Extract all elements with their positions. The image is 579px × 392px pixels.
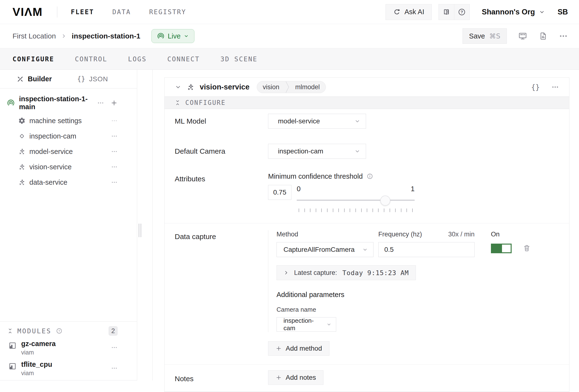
- sidebar-item-label: data-service: [29, 179, 107, 186]
- ml-model-value: model-service: [278, 117, 354, 125]
- docs-book-icon[interactable]: [439, 4, 454, 20]
- default-camera-select[interactable]: inspection-cam: [268, 144, 366, 159]
- card-collapse-chevron-icon[interactable]: [175, 84, 181, 90]
- notes-section: Notes Add notes: [165, 364, 569, 392]
- ask-ai-button[interactable]: Ask AI: [385, 4, 432, 20]
- more-menu-icon[interactable]: [559, 31, 568, 41]
- raw-json-braces-icon[interactable]: {}: [531, 83, 540, 91]
- capture-toggle[interactable]: [491, 244, 512, 253]
- live-broadcast-icon: [157, 32, 165, 40]
- config-main: vision-service vision mlmodel {}: [152, 70, 579, 392]
- report-document-icon[interactable]: [539, 31, 548, 41]
- camera-name-value: inspection-cam: [284, 317, 323, 332]
- default-camera-value: inspection-cam: [278, 147, 354, 155]
- threshold-slider: 0 1: [297, 185, 415, 212]
- tab-3d-scene[interactable]: 3D SCENE: [220, 55, 258, 63]
- service-type-tags: vision mlmodel: [257, 81, 326, 93]
- sidebar-item-label: inspection-cam: [29, 132, 107, 140]
- module-row-tflite-cpu[interactable]: tflite_cpu viam: [0, 358, 137, 379]
- part-add-icon[interactable]: [110, 99, 118, 107]
- org-switcher[interactable]: Shannon's Org: [482, 8, 545, 16]
- ml-model-label: ML Model: [175, 114, 268, 129]
- nav-divider: [57, 6, 57, 17]
- add-notes-button[interactable]: Add notes: [268, 370, 323, 385]
- sidebar-item-label: model-service: [29, 148, 107, 156]
- camera-name-select[interactable]: inspection-cam: [277, 317, 336, 332]
- add-notes-label: Add notes: [286, 374, 316, 382]
- sidebar-item-model-service[interactable]: model-service: [0, 144, 137, 159]
- slider-min-label: 0: [297, 185, 300, 196]
- part-more-icon[interactable]: [97, 99, 104, 107]
- ml-model-row: ML Model model-service: [175, 114, 559, 129]
- sidebar-item-vision-service[interactable]: vision-service: [0, 159, 137, 175]
- nav-link-data[interactable]: DATA: [112, 8, 131, 16]
- attributes-label: Attributes: [175, 172, 268, 212]
- machine-part-row[interactable]: inspection-station-1-main: [0, 95, 137, 111]
- viam-logo[interactable]: VIΛM: [12, 5, 43, 18]
- module-row-gz-camera[interactable]: gz-camera viam: [0, 337, 137, 358]
- service-sparkle-icon: [187, 83, 194, 91]
- module-more-icon[interactable]: [111, 344, 118, 351]
- additional-parameters-title: Additional parameters: [277, 291, 559, 299]
- method-select[interactable]: CaptureAllFromCamera: [277, 242, 373, 257]
- module-more-icon[interactable]: [111, 365, 118, 372]
- frequency-input[interactable]: 0.5: [378, 242, 475, 257]
- module-name: gz-camera: [21, 340, 107, 348]
- nav-link-fleet[interactable]: FLEET: [71, 8, 94, 16]
- card-more-icon[interactable]: [551, 83, 559, 91]
- mode-builder-label: Builder: [28, 75, 52, 83]
- info-icon[interactable]: [366, 173, 373, 180]
- row-more-icon[interactable]: [111, 164, 118, 170]
- slider-ticks: [297, 206, 415, 212]
- avatar[interactable]: SB: [558, 8, 568, 16]
- breadcrumb-location[interactable]: First Location: [12, 32, 56, 40]
- part-broadcast-icon: [7, 99, 15, 107]
- screen-share-icon[interactable]: [518, 31, 527, 41]
- plus-icon: [276, 375, 282, 381]
- latest-capture-expander[interactable]: Latest capture: Today 9:15:23 AM: [277, 265, 416, 280]
- slider-track[interactable]: [297, 199, 415, 201]
- threshold-input[interactable]: 0.75: [268, 185, 291, 200]
- method-value: CaptureAllFromCamera: [284, 246, 362, 254]
- row-more-icon[interactable]: [111, 179, 118, 186]
- mode-json-label: JSON: [89, 75, 108, 83]
- add-method-button[interactable]: Add method: [268, 341, 329, 356]
- mode-builder[interactable]: Builder: [0, 70, 69, 88]
- ml-model-select[interactable]: model-service: [268, 114, 366, 129]
- machine-status-badge[interactable]: Live: [151, 29, 194, 43]
- top-nav: VIΛM FLEET DATA REGISTRY Ask AI: [0, 0, 579, 24]
- modules-help-icon[interactable]: ?: [56, 327, 63, 334]
- tab-configure[interactable]: CONFIGURE: [12, 55, 54, 63]
- collapse-icon[interactable]: [175, 100, 180, 106]
- service-sparkle-icon: [18, 163, 25, 171]
- sidebar-item-data-service[interactable]: data-service: [0, 175, 137, 190]
- chevron-down-icon: [354, 148, 361, 154]
- mode-json[interactable]: {} JSON: [69, 70, 137, 88]
- row-more-icon[interactable]: [111, 117, 118, 124]
- slider-handle[interactable]: [380, 196, 390, 206]
- help-icon[interactable]: ?: [454, 4, 470, 20]
- tag-mlmodel: mlmodel: [290, 81, 326, 93]
- save-button[interactable]: Save ⌘S: [462, 28, 507, 44]
- sidebar-item-inspection-cam[interactable]: inspection-cam: [0, 129, 137, 144]
- left-rail: Builder {} JSON inspection: [0, 70, 152, 381]
- ask-ai-label: Ask AI: [405, 8, 424, 16]
- card-header: vision-service vision mlmodel {}: [165, 78, 569, 96]
- modules-count-badge: 2: [109, 326, 118, 336]
- configure-band: CONFIGURE: [165, 96, 569, 109]
- row-more-icon[interactable]: [111, 133, 118, 139]
- resource-tree: inspection-station-1-main machin: [0, 88, 137, 321]
- row-more-icon[interactable]: [111, 148, 118, 155]
- resize-handle[interactable]: [139, 224, 141, 237]
- collapse-icon[interactable]: [7, 328, 13, 334]
- trash-icon[interactable]: [523, 244, 531, 252]
- tab-connect[interactable]: CONNECT: [167, 55, 200, 63]
- tab-logs[interactable]: LOGS: [128, 55, 146, 63]
- nav-link-registry[interactable]: REGISTRY: [149, 8, 186, 16]
- breadcrumb-separator-icon: [61, 33, 67, 39]
- sidebar-item-machine-settings[interactable]: machine settings: [0, 113, 137, 129]
- tab-control[interactable]: CONTROL: [75, 55, 107, 63]
- sidebar-item-label: machine settings: [29, 117, 107, 125]
- tag-vision: vision: [257, 81, 285, 93]
- primary-nav: FLEET DATA REGISTRY: [71, 8, 186, 16]
